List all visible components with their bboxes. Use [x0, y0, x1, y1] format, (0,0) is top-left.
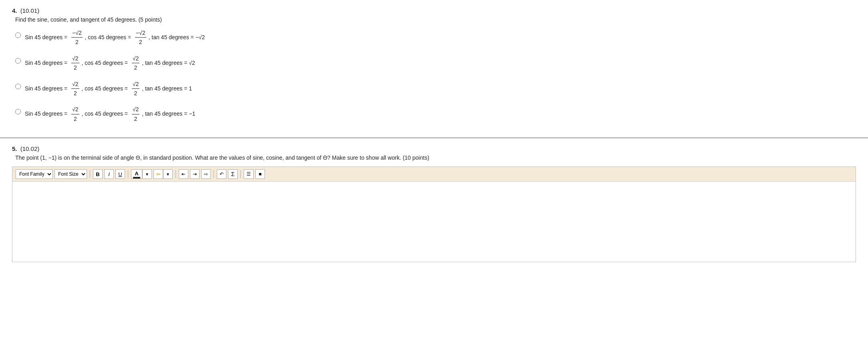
- options-list: Sin 45 degrees = −√2 2 , cos 45 degrees …: [15, 28, 856, 123]
- fraction-sqrt2-over-2-f: √2 2: [132, 105, 139, 123]
- option-radio-4[interactable]: [15, 109, 21, 114]
- sigma-button[interactable]: Σ: [228, 169, 238, 179]
- option-item-3: Sin 45 degrees = √2 2 , cos 45 degrees =…: [15, 80, 856, 98]
- question-4-block: 4. (10.01) Find the sine, cosine, and ta…: [0, 0, 868, 138]
- fraction-neg-sqrt2-over-2-b: −√2 2: [135, 28, 146, 47]
- ordered-list-button[interactable]: ☰: [244, 169, 254, 179]
- highlight-color-wrapper: ✏ ▼: [153, 169, 173, 179]
- toolbar-separator-1: [90, 170, 90, 178]
- bold-button[interactable]: B: [93, 169, 103, 179]
- question-5-number: 5. (10.02): [12, 145, 856, 152]
- option-content-4: Sin 45 degrees = √2 2 , cos 45 degrees =…: [25, 105, 195, 123]
- highlight-color-dropdown[interactable]: ▼: [163, 169, 173, 179]
- font-color-swatch: [133, 177, 140, 179]
- option-item-2: Sin 45 degrees = √2 2 , cos 45 degrees =…: [15, 54, 856, 72]
- toolbar-separator-2: [128, 170, 128, 178]
- option-radio-1[interactable]: [15, 32, 21, 38]
- page: 4. (10.01) Find the sine, cosine, and ta…: [0, 0, 868, 345]
- toolbar-separator-3: [176, 170, 176, 178]
- option-content-2: Sin 45 degrees = √2 2 , cos 45 degrees =…: [25, 54, 195, 72]
- question-4-text: Find the sine, cosine, and tangent of 45…: [15, 16, 856, 23]
- fraction-sqrt2-over-2-e: √2 2: [71, 105, 79, 123]
- question-5-block: 5. (10.02) The point (1, −1) is on the t…: [0, 138, 868, 270]
- rich-text-editor: Font Family Font Size B I U A ▼: [12, 166, 856, 262]
- toolbar-separator-5: [240, 170, 241, 178]
- align-center-button[interactable]: ⇥: [190, 169, 200, 179]
- option-item-1: Sin 45 degrees = −√2 2 , cos 45 degrees …: [15, 28, 856, 47]
- undo-button[interactable]: ↶: [217, 169, 226, 179]
- editor-body[interactable]: [12, 182, 856, 262]
- italic-button[interactable]: I: [104, 169, 114, 179]
- option-radio-2[interactable]: [15, 58, 21, 64]
- fraction-sqrt2-over-2-b: √2 2: [132, 54, 139, 72]
- align-right-button[interactable]: ⇨: [201, 169, 211, 179]
- font-color-wrapper: A ▼: [131, 169, 152, 179]
- font-color-button[interactable]: A: [131, 169, 142, 179]
- highlight-icon: ✏: [156, 171, 161, 177]
- editor-toolbar: Font Family Font Size B I U A ▼: [12, 167, 856, 182]
- toolbar-separator-4: [214, 170, 214, 178]
- fraction-neg-sqrt2-over-2-a: −√2 2: [71, 28, 83, 47]
- option-content-1: Sin 45 degrees = −√2 2 , cos 45 degrees …: [25, 28, 205, 47]
- fraction-sqrt2-over-2-d: √2 2: [132, 80, 139, 98]
- align-left-button[interactable]: ⇤: [179, 169, 188, 179]
- option-content-3: Sin 45 degrees = √2 2 , cos 45 degrees =…: [25, 80, 192, 98]
- underline-button[interactable]: U: [115, 169, 125, 179]
- question-5-text: The point (1, −1) is on the terminal sid…: [15, 154, 856, 161]
- question-4-number: 4. (10.01): [12, 7, 856, 14]
- fraction-sqrt2-over-2-a: √2 2: [71, 54, 79, 72]
- font-color-label: A: [135, 170, 138, 177]
- font-family-select[interactable]: Font Family: [16, 169, 53, 179]
- font-color-dropdown[interactable]: ▼: [142, 169, 152, 179]
- font-size-select[interactable]: Font Size: [55, 169, 87, 179]
- fraction-sqrt2-over-2-c: √2 2: [71, 80, 79, 98]
- option-item-4: Sin 45 degrees = √2 2 , cos 45 degrees =…: [15, 105, 856, 123]
- unordered-list-button[interactable]: ■: [255, 169, 265, 179]
- option-radio-3[interactable]: [15, 84, 21, 89]
- highlight-color-button[interactable]: ✏: [153, 169, 163, 179]
